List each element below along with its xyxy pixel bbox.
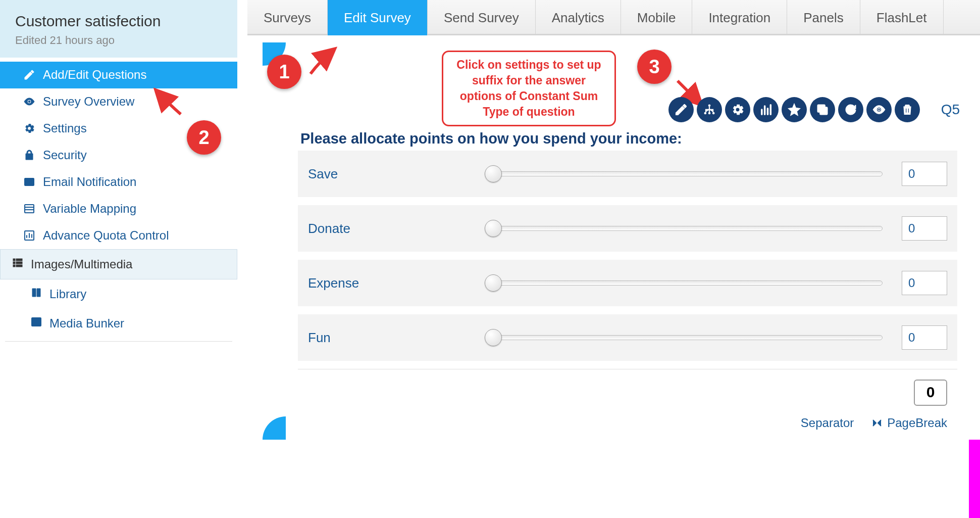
- slider-track: [489, 226, 883, 231]
- tab-edit-survey[interactable]: Edit Survey: [328, 0, 428, 35]
- slider-track: [489, 335, 883, 340]
- pagebreak-link[interactable]: PageBreak: [871, 416, 947, 430]
- tab-integration[interactable]: Integration: [692, 0, 787, 35]
- sidebar: Customer satisfection Edited 21 hours ag…: [0, 0, 237, 518]
- step-badge-2: 2: [187, 120, 221, 155]
- slider-track: [489, 171, 883, 176]
- tab-flashlet[interactable]: FlashLet: [860, 0, 944, 35]
- step-badge-1: 1: [267, 55, 301, 89]
- tool-chart[interactable]: [753, 97, 779, 122]
- help-callout: Click on settings to set up suffix for t…: [442, 51, 616, 126]
- tab-panels[interactable]: Panels: [787, 0, 860, 35]
- option-value-input[interactable]: [902, 216, 947, 241]
- option-slider[interactable]: [485, 277, 887, 289]
- tab-analytics[interactable]: Analytics: [536, 0, 621, 35]
- option-label: Save: [308, 166, 470, 182]
- sidebar-item-label: Advance Quota Control: [43, 228, 169, 243]
- question-title: Please allocate points on how you spend …: [300, 130, 682, 147]
- book-icon: [30, 287, 42, 302]
- sidebar-item-label: Security: [43, 148, 87, 162]
- option-value-input[interactable]: [902, 162, 947, 186]
- grid-icon: [12, 257, 24, 272]
- tool-preview[interactable]: [866, 97, 892, 122]
- arrow-icon: [305, 44, 341, 80]
- tool-edit[interactable]: [668, 97, 694, 122]
- question-body: Save Donate Expense Fun 0: [298, 151, 957, 430]
- sidebar-section-images-multimedia[interactable]: Images/Multimedia: [0, 249, 237, 279]
- question-row: Expense: [298, 260, 957, 306]
- tab-send-survey[interactable]: Send Survey: [428, 0, 536, 35]
- option-value-input[interactable]: [902, 325, 947, 350]
- tool-settings[interactable]: [725, 97, 750, 122]
- svg-point-0: [28, 101, 30, 103]
- question-row: Save: [298, 151, 957, 197]
- sidebar-header: Customer satisfection Edited 21 hours ag…: [0, 0, 237, 58]
- edit-icon: [23, 68, 36, 81]
- survey-title: Customer satisfection: [15, 13, 222, 30]
- top-nav: Surveys Edit Survey Send Survey Analytic…: [247, 0, 980, 35]
- sidebar-subitem-media-bunker[interactable]: Media Bunker: [0, 309, 237, 338]
- slider-thumb[interactable]: [485, 329, 502, 346]
- svg-rect-6: [13, 265, 15, 267]
- option-label: Donate: [308, 221, 470, 237]
- svg-point-14: [712, 112, 714, 115]
- question-row: Donate: [298, 205, 957, 252]
- sidebar-subitem-library[interactable]: Library: [0, 279, 237, 309]
- bar-chart-icon: [23, 229, 36, 242]
- sidebar-item-survey-overview[interactable]: Survey Overview: [0, 88, 237, 115]
- svg-rect-4: [13, 259, 15, 261]
- survey-subtitle: Edited 21 hours ago: [15, 34, 222, 47]
- tab-surveys[interactable]: Surveys: [247, 0, 328, 35]
- sidebar-item-label: Variable Mapping: [43, 202, 136, 216]
- svg-point-13: [708, 112, 710, 115]
- tab-mobile[interactable]: Mobile: [621, 0, 693, 35]
- slider-thumb[interactable]: [485, 220, 502, 237]
- right-edge-strip: [969, 440, 980, 518]
- sidebar-item-advance-quota-control[interactable]: Advance Quota Control: [0, 222, 237, 249]
- sidebar-item-label: Email Notification: [43, 175, 136, 189]
- svg-rect-9: [16, 265, 22, 267]
- option-label: Expense: [308, 275, 470, 291]
- decor-arc: [263, 416, 286, 440]
- slider-track: [489, 280, 883, 286]
- option-slider[interactable]: [485, 332, 887, 343]
- sidebar-item-label: Add/Edit Questions: [43, 68, 146, 82]
- sidebar-item-label: Survey Overview: [43, 95, 134, 109]
- tool-logic[interactable]: [697, 97, 722, 122]
- slider-thumb[interactable]: [485, 165, 502, 182]
- option-value-input[interactable]: [902, 271, 947, 295]
- sidebar-section-label: Images/Multimedia: [31, 257, 132, 271]
- sidebar-divider: [5, 341, 232, 342]
- sidebar-item-email-notification[interactable]: Email Notification: [0, 169, 237, 196]
- svg-rect-5: [13, 262, 15, 264]
- question-total-row: 0: [298, 369, 957, 411]
- sidebar-menu: Add/Edit Questions Survey Overview Setti…: [0, 62, 237, 342]
- sidebar-item-label: Settings: [43, 121, 87, 135]
- sidebar-item-variable-mapping[interactable]: Variable Mapping: [0, 196, 237, 222]
- svg-point-11: [708, 105, 710, 107]
- lock-icon: [23, 149, 36, 162]
- sidebar-item-add-edit-questions[interactable]: Add/Edit Questions: [0, 62, 237, 88]
- tool-copy[interactable]: [810, 97, 835, 122]
- tool-refresh[interactable]: [838, 97, 863, 122]
- svg-rect-10: [32, 318, 41, 326]
- option-label: Fun: [308, 330, 470, 346]
- tool-delete[interactable]: [895, 97, 920, 122]
- svg-rect-7: [16, 259, 22, 261]
- eye-icon: [23, 95, 36, 108]
- separator-label: Separator: [801, 416, 854, 430]
- film-icon: [30, 316, 42, 331]
- gears-icon: [23, 122, 36, 135]
- option-slider[interactable]: [485, 223, 887, 234]
- tool-star[interactable]: [782, 97, 807, 122]
- svg-point-12: [704, 112, 706, 115]
- option-slider[interactable]: [485, 168, 887, 179]
- list-icon: [23, 202, 36, 215]
- question-toolbar: Q5: [668, 97, 960, 122]
- separator-link[interactable]: Separator: [801, 416, 854, 430]
- pagebreak-label: PageBreak: [887, 416, 947, 430]
- sidebar-subitem-label: Media Bunker: [49, 316, 124, 331]
- svg-rect-2: [25, 205, 34, 213]
- question-total: 0: [914, 380, 947, 406]
- slider-thumb[interactable]: [485, 274, 502, 292]
